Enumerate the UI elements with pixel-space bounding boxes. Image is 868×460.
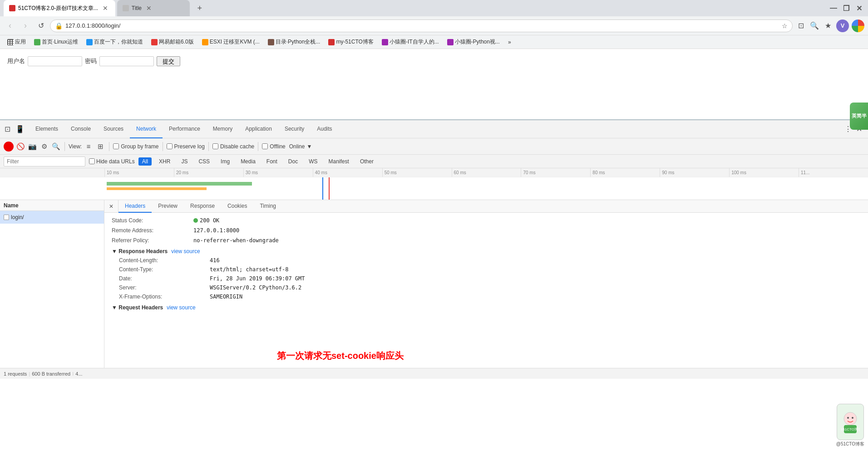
password-input[interactable] — [99, 56, 154, 66]
bm-esxi[interactable]: ESXI 迁移至KVM (... — [198, 37, 263, 47]
status-separator2: I — [72, 371, 74, 377]
bm-email[interactable]: 网易邮箱6.0版 — [148, 37, 197, 47]
bm-51cto[interactable]: my-51CTO博客 — [325, 37, 377, 47]
filter-js[interactable]: JS — [178, 157, 191, 166]
status-code-value: 200 OK — [200, 217, 219, 224]
address-bookmark-icon[interactable]: ☆ — [782, 22, 788, 29]
timeline-tick-100: 100 ms — [729, 168, 799, 177]
search-icon[interactable]: 🔍 — [51, 142, 61, 152]
view-source-link2[interactable]: view source — [167, 304, 195, 311]
floating-assistant-btn[interactable]: 英简半 — [850, 103, 868, 130]
cast-icon[interactable]: ⊡ — [795, 20, 806, 31]
bm-xiaoyuan2[interactable]: 小猿圈-Python视... — [444, 37, 503, 47]
tl-bar-green — [107, 182, 252, 186]
profile-circle[interactable]: V — [836, 20, 849, 32]
hide-data-urls-checkbox[interactable]: Hide data URLs — [89, 158, 135, 165]
timeline-ruler: 10 ms 20 ms 30 ms 40 ms 50 ms 60 ms 70 m… — [0, 168, 868, 177]
disable-cache-checkbox[interactable]: Disable cache — [212, 143, 254, 150]
new-tab-button[interactable]: + — [193, 2, 206, 15]
tab-close-active[interactable]: ✕ — [101, 4, 110, 13]
zoom-icon[interactable]: 🔍 — [809, 20, 820, 31]
chrome-menu-icon[interactable] — [852, 20, 864, 32]
reload-button[interactable]: ↺ — [35, 20, 47, 32]
address-bar[interactable]: 🔒 127.0.0.1:8000/login/ ☆ — [50, 20, 793, 32]
tab-memory[interactable]: Memory — [207, 120, 239, 138]
header-content-type: Content-Type: text/html; charset=utf-8 — [119, 266, 861, 273]
detail-tab-close[interactable]: ✕ — [104, 200, 118, 213]
tab-network[interactable]: Network — [130, 120, 163, 138]
assistant-widget[interactable]: @51CTO博客 @51CTO博客 — [836, 404, 864, 447]
referrer-policy-value: no-referrer-when-downgrade — [193, 237, 279, 244]
detail-tab-cookies[interactable]: Cookies — [221, 200, 253, 213]
filter-ws[interactable]: WS — [305, 157, 321, 166]
tab-sources[interactable]: Sources — [97, 120, 130, 138]
title-bar: 51CTO博客2.0-原创IT技术文章... ✕ Title ✕ + — ❐ ✕ — [0, 0, 868, 16]
network-throttle-dropdown[interactable]: ▼ — [306, 143, 312, 150]
filter-other[interactable]: Other — [356, 157, 377, 166]
filter-button[interactable]: ⚙ — [39, 142, 49, 152]
win-min-button[interactable]: — — [828, 3, 839, 14]
response-headers-header[interactable]: ▼ Response Headers view source — [112, 248, 861, 254]
tab-performance[interactable]: Performance — [163, 120, 207, 138]
forward-button[interactable]: › — [19, 20, 32, 32]
back-button[interactable]: ‹ — [4, 20, 16, 32]
network-toolbar: 🚫 📷 ⚙ 🔍 View: ≡ ⊞ Group by frame Preserv… — [0, 138, 868, 155]
filter-img[interactable]: Img — [217, 157, 233, 166]
tab-console[interactable]: Console — [64, 120, 97, 138]
detail-tab-response[interactable]: Response — [184, 200, 221, 213]
timeline-tick-20: 20 ms — [174, 168, 243, 177]
devtools-tabbar: ⊡ 📱 Elements Console Sources Network Per… — [0, 120, 868, 138]
filter-input[interactable] — [4, 157, 85, 166]
camera-button[interactable]: 📷 — [27, 142, 37, 152]
status-extra: 4... — [75, 371, 82, 377]
bm-more[interactable]: » — [504, 38, 515, 47]
group-by-frame-checkbox[interactable]: Group by frame — [113, 143, 158, 150]
bm-python[interactable]: 目录·Python全栈... — [264, 37, 324, 47]
name-column-header: Name — [0, 200, 104, 211]
filter-font[interactable]: Font — [263, 157, 281, 166]
apps-bookmark[interactable]: 应用 — [4, 37, 30, 47]
clear-button[interactable]: 🚫 — [15, 142, 25, 152]
tab-application[interactable]: Application — [239, 120, 278, 138]
filter-doc[interactable]: Doc — [285, 157, 301, 166]
filter-css[interactable]: CSS — [195, 157, 213, 166]
filter-manifest[interactable]: Manifest — [325, 157, 353, 166]
win-max-button[interactable]: ❐ — [841, 3, 852, 14]
view-source-link[interactable]: view source — [171, 248, 200, 254]
detail-tab-preview[interactable]: Preview — [152, 200, 184, 213]
assistant-container: @51CTO博客 — [837, 404, 864, 440]
filter-media[interactable]: Media — [237, 157, 259, 166]
view-grid-icon[interactable]: ⊞ — [95, 142, 105, 152]
tab-elements[interactable]: Elements — [29, 120, 64, 138]
preserve-log-checkbox[interactable]: Preserve log — [167, 143, 205, 150]
record-button[interactable] — [4, 142, 14, 152]
offline-label: Offline — [270, 143, 285, 150]
bm-xiaoyuan1[interactable]: 小猿圈-IT自学人的... — [378, 37, 443, 47]
tab-audits[interactable]: Audits — [311, 120, 338, 138]
browser-chrome: 51CTO博客2.0-原创IT技术文章... ✕ Title ✕ + — ❐ ✕… — [0, 0, 868, 460]
address-text: 127.0.0.1:8000/login/ — [65, 22, 779, 29]
request-item-login[interactable]: login/ — [0, 211, 104, 224]
status-bar: 1 requests | 600 B transferred I 4... — [0, 368, 868, 379]
bm-baidu[interactable]: 百度一下，你就知道 — [83, 37, 147, 47]
request-headers-header[interactable]: ▼ Request Headers view source — [112, 304, 861, 311]
tab-active[interactable]: 51CTO博客2.0-原创IT技术文章... ✕ — [4, 0, 115, 16]
filter-all[interactable]: All — [138, 157, 152, 166]
bookmark-icon[interactable]: ★ — [823, 20, 833, 31]
tab-inactive[interactable]: Title ✕ — [117, 0, 190, 16]
offline-checkbox[interactable]: Offline — [262, 143, 285, 150]
filter-xhr[interactable]: XHR — [155, 157, 174, 166]
request-headers-toggle: ▼ Request Headers — [112, 304, 163, 311]
tab-security[interactable]: Security — [278, 120, 311, 138]
devtools-icon-device[interactable]: 📱 — [15, 124, 25, 135]
tab-close-inactive[interactable]: ✕ — [144, 4, 153, 13]
view-list-icon[interactable]: ≡ — [84, 142, 94, 152]
bm-linux[interactable]: 首页·Linux运维 — [30, 37, 82, 47]
submit-button[interactable]: 提交 — [157, 56, 180, 66]
detail-tab-timing[interactable]: Timing — [253, 200, 282, 213]
devtools-icon-inspect[interactable]: ⊡ — [2, 124, 13, 135]
username-input[interactable] — [28, 56, 82, 66]
preserve-log-label: Preserve log — [174, 143, 205, 150]
detail-tab-headers[interactable]: Headers — [118, 200, 152, 213]
win-close-button[interactable]: ✕ — [853, 3, 864, 14]
